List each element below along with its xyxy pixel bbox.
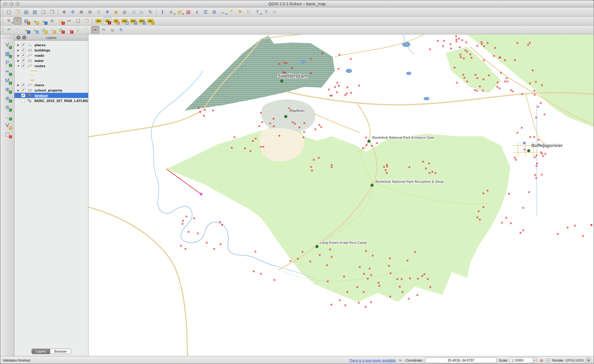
new-project-icon[interactable]: ▢ bbox=[5, 8, 13, 16]
add-wcs-layer-icon[interactable]: ⊛+ bbox=[3, 94, 12, 103]
split-features-icon[interactable]: ✂ bbox=[91, 26, 99, 34]
current-edits-icon[interactable]: ✎▼ bbox=[5, 17, 13, 25]
add-wms-layer-icon[interactable]: ⊕+ bbox=[3, 85, 12, 94]
rotate-feature-icon[interactable]: ●↻ bbox=[22, 26, 30, 34]
map-tips-icon[interactable]: ❞ bbox=[227, 8, 236, 16]
rotate-label-icon[interactable]: abc↻ bbox=[138, 17, 146, 25]
open-project-icon[interactable]: ❐ bbox=[14, 8, 22, 16]
layer-visibility-checkbox[interactable]: ✓ bbox=[21, 64, 25, 68]
add-vector-layer-icon[interactable]: V+ bbox=[3, 41, 12, 49]
toolbar-handle[interactable] bbox=[57, 9, 59, 15]
expand-arrow-icon[interactable]: ▶ bbox=[17, 43, 20, 47]
new-plugin-link[interactable]: There is a new plugin available bbox=[349, 358, 395, 362]
layer-item-water[interactable]: ▶✓water bbox=[14, 58, 88, 63]
toolbar-handle[interactable] bbox=[2, 18, 4, 24]
add-part-icon[interactable]: ◔✱ bbox=[48, 26, 56, 34]
delete-ring-icon[interactable]: ◍✗ bbox=[57, 26, 65, 34]
toolbar-handle[interactable] bbox=[0, 37, 14, 39]
scale-dropdown-icon[interactable]: ▼ bbox=[532, 358, 536, 363]
layer-item-routes[interactable]: ▼✓routes bbox=[14, 63, 88, 68]
split-parts-icon[interactable]: ✄ bbox=[100, 26, 108, 34]
merge-features-icon[interactable]: ∪ bbox=[109, 26, 117, 34]
zoom-out-icon[interactable]: ⊖ bbox=[86, 8, 94, 16]
change-label-icon[interactable]: abc✎ bbox=[146, 17, 154, 25]
layer-visibility-checkbox[interactable]: ✓ bbox=[21, 43, 25, 47]
measure-icon[interactable]: ↔▼ bbox=[219, 8, 227, 16]
layer-item-landuse[interactable]: ▶✓✎landuse bbox=[14, 93, 88, 98]
add-feature-icon[interactable]: ●✱ bbox=[31, 17, 39, 25]
layer-visibility-checkbox[interactable]: ✓ bbox=[21, 48, 25, 52]
new-print-composer-icon[interactable]: ❏ bbox=[39, 8, 47, 16]
save-project-as-icon[interactable]: ▥ bbox=[31, 8, 39, 16]
map-svg[interactable]: ✕✕✕✕✕✕✕✕✕✕✕✕✕✕✕✕✕✕✕✕✕✕✕✕✕✕✕✕✕✕✕✕✕✕✕✕✕✕✕✕… bbox=[88, 35, 594, 356]
delete-selected-icon[interactable]: ▧✗ bbox=[57, 17, 65, 25]
save-layer-edits-icon[interactable]: ▤✎ bbox=[22, 17, 30, 25]
toolbar-handle[interactable] bbox=[155, 9, 158, 15]
show-hide-labels-icon[interactable]: abc◉ bbox=[121, 17, 129, 25]
toggle-editing-icon[interactable]: ✎ bbox=[14, 17, 22, 25]
refresh-map-icon[interactable]: ↻ bbox=[146, 8, 154, 16]
redo-icon[interactable]: ↷ bbox=[14, 26, 22, 34]
add-wfs-layer-icon[interactable]: ⊚+ bbox=[3, 103, 12, 112]
toolbar-handle[interactable] bbox=[92, 18, 94, 24]
map-canvas[interactable]: ✕✕✕✕✕✕✕✕✕✕✕✕✕✕✕✕✕✕✕✕✕✕✕✕✕✕✕✕✕✕✕✕✕✕✕✕✕✕✕✕… bbox=[88, 35, 594, 356]
select-features-icon[interactable]: ▧▼ bbox=[176, 8, 184, 16]
expand-arrow-icon[interactable]: ▶ bbox=[17, 49, 20, 52]
zoom-in-icon[interactable]: ⊕ bbox=[77, 8, 85, 16]
remove-layer-icon[interactable]: ▢− bbox=[3, 130, 12, 138]
expand-arrow-icon[interactable]: ▶ bbox=[17, 94, 20, 97]
layer-visibility-checkbox[interactable] bbox=[21, 99, 25, 103]
add-raster-layer-icon[interactable]: ▦+ bbox=[3, 50, 12, 58]
render-checkbox[interactable]: ✓ bbox=[547, 358, 550, 362]
move-label-icon[interactable]: abc➜ bbox=[129, 17, 137, 25]
layer-item-3420C_2010_327_RGB_LATLNG[interactable]: 3420C_2010_327_RGB_LATLNG bbox=[14, 98, 88, 103]
scale-combo[interactable]: 1:19950 ▼ bbox=[510, 358, 537, 363]
coordinate-input[interactable] bbox=[425, 358, 497, 363]
rotate-point-symbols-icon[interactable]: ↻ bbox=[117, 26, 125, 34]
reshape-features-icon[interactable]: ◗ bbox=[74, 26, 82, 34]
field-calculator-icon[interactable]: ⊞ bbox=[210, 8, 218, 16]
layer-item-places[interactable]: ▶✓places bbox=[14, 42, 88, 47]
paste-features-icon[interactable]: ❒ bbox=[83, 17, 91, 25]
pin-unpin-labels-icon[interactable]: ab● bbox=[103, 17, 111, 25]
add-ring-icon[interactable]: ◍✱ bbox=[39, 26, 47, 34]
cut-features-icon[interactable]: ✂ bbox=[65, 17, 73, 25]
add-delimited-text-layer-icon[interactable]: ,+ bbox=[3, 112, 12, 121]
text-annotation-icon[interactable]: T▼ bbox=[253, 8, 261, 16]
expand-arrow-icon[interactable]: ▶ bbox=[17, 59, 20, 62]
expand-arrow-icon[interactable]: ▶ bbox=[17, 89, 20, 92]
layer-visibility-checkbox[interactable]: ✓ bbox=[21, 59, 25, 63]
toolbar-handle[interactable] bbox=[2, 9, 4, 15]
layer-visibility-checkbox[interactable]: ✓ bbox=[21, 53, 25, 57]
layer-visibility-checkbox[interactable]: ✓ bbox=[21, 83, 25, 87]
identify-features-icon[interactable]: ℹ bbox=[158, 8, 166, 16]
tab-browser[interactable]: Browser bbox=[50, 349, 71, 354]
add-postgis-layer-icon[interactable]: P+ bbox=[3, 59, 12, 67]
attribute-table-icon[interactable]: ☰ bbox=[202, 8, 210, 16]
tab-layers[interactable]: Layers bbox=[32, 349, 50, 354]
move-feature-icon[interactable]: ●➜ bbox=[39, 17, 47, 25]
pan-map-icon[interactable]: ✥ bbox=[60, 8, 68, 16]
offset-curve-icon[interactable]: ◠ bbox=[83, 26, 91, 34]
plugin-icon[interactable]: ✁ bbox=[398, 358, 403, 363]
layer-visibility-checkbox[interactable]: ✓ bbox=[21, 93, 25, 97]
show-bookmarks-icon[interactable]: ⚐ bbox=[245, 8, 253, 16]
layer-item-school_property[interactable]: ▶✓school_property bbox=[14, 88, 88, 93]
copy-features-icon[interactable]: ❑ bbox=[74, 17, 82, 25]
expand-arrow-icon[interactable]: ▶ bbox=[17, 84, 20, 87]
new-bookmark-icon[interactable]: ⚑ bbox=[236, 8, 244, 16]
zoom-native-icon[interactable]: ⊙ bbox=[95, 8, 103, 16]
help-icon[interactable]: ? bbox=[262, 8, 270, 16]
run-feature-action-icon[interactable]: ⊚▼ bbox=[167, 8, 175, 16]
node-tool-icon[interactable]: ✛ bbox=[48, 17, 56, 25]
zoom-to-selection-icon[interactable]: ◉ bbox=[112, 8, 120, 16]
expand-arrow-icon[interactable]: ▼ bbox=[17, 64, 20, 67]
layer-item-buildings[interactable]: ▶✓buildings bbox=[14, 47, 88, 53]
save-project-icon[interactable]: ▤ bbox=[22, 8, 30, 16]
zoom-to-layer-icon[interactable]: ◎ bbox=[121, 8, 129, 16]
add-spatialite-layer-icon[interactable]: ✒+ bbox=[3, 67, 12, 76]
zoom-next-icon[interactable]: ▷ bbox=[138, 8, 146, 16]
expand-arrow-icon[interactable]: ▶ bbox=[17, 54, 20, 57]
zoom-last-icon[interactable]: ◁ bbox=[129, 8, 137, 16]
delete-part-icon[interactable]: ◔✗ bbox=[65, 26, 73, 34]
